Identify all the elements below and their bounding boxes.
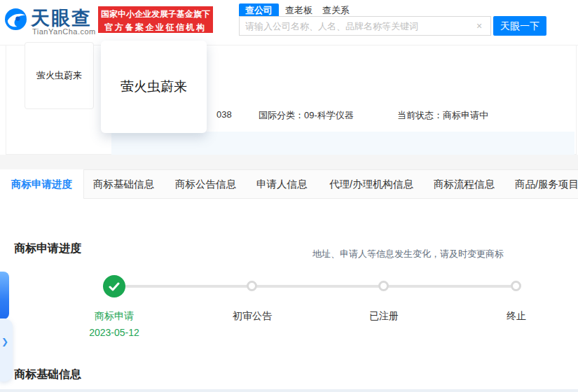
trademark-thumbnail-text: 萤火虫蔚来: [36, 69, 82, 82]
search-tab-relation[interactable]: 查关系: [316, 4, 356, 17]
page: 天眼查 TianYanCha.com 国家中小企业发展子基金旗下 官方备案企业征…: [0, 0, 578, 392]
side-widget-panel[interactable]: ❯: [0, 318, 13, 382]
trademark-info-row: 038 国际分类：09-科学仪器 当前状态：商标申请中: [6, 109, 578, 120]
search-box: ×: [239, 16, 491, 36]
badge-line2: 官方备案企业征信机构: [98, 21, 213, 34]
badge-line1: 国家中小企业发展子基金旗下: [98, 8, 213, 21]
tab-announcement-info[interactable]: 商标公告信息: [175, 169, 236, 199]
timeline-line: [114, 285, 516, 288]
clear-icon[interactable]: ×: [474, 20, 485, 31]
trademark-image-preview: 萤火虫蔚来: [101, 41, 207, 133]
registration-number-partial: 038: [216, 109, 232, 120]
search-tab-boss[interactable]: 查老板: [279, 4, 319, 17]
tab-goods-services[interactable]: 商品/服务项目: [515, 169, 578, 199]
search-input[interactable]: [240, 17, 471, 35]
step-done-circle: [103, 275, 125, 298]
check-icon: [109, 282, 120, 291]
tab-trademark-progress[interactable]: 商标申请进度: [0, 169, 84, 199]
tab-basic-info[interactable]: 商标基础信息: [93, 169, 154, 199]
basic-info-section-title: 商标基础信息: [14, 368, 81, 382]
section-gap: [0, 155, 578, 169]
chevron-right-icon: ❯: [1, 337, 10, 346]
notice-text: 地址、申请人等信息发生变化，请及时变更商标: [312, 248, 504, 260]
tab-applicant-info[interactable]: 申请人信息: [256, 169, 308, 199]
step-label-applied: 商标申请: [65, 310, 163, 323]
tab-flow-info[interactable]: 商标流程信息: [434, 169, 495, 199]
official-badge: 国家中小企业发展子基金旗下 官方备案企业征信机构: [98, 6, 213, 33]
step-pending-circle: [378, 281, 389, 291]
step-date: 2023-05-12: [65, 327, 163, 338]
step-label-registered: 已注册: [335, 310, 433, 323]
tianyancha-logo-icon[interactable]: [5, 8, 27, 30]
current-status: 当前状态：商标申请中: [397, 109, 488, 122]
side-widget-handle[interactable]: [0, 272, 9, 319]
step-pending-circle: [247, 281, 257, 291]
table-header-strip: [0, 389, 578, 392]
international-class: 国际分类：09-科学仪器: [259, 109, 354, 122]
tab-agency-info[interactable]: 代理/办理机构信息: [329, 169, 413, 199]
progress-section-title: 商标申请进度: [14, 241, 81, 256]
site-header: 天眼查 TianYanCha.com 国家中小企业发展子基金旗下 官方备案企业征…: [0, 0, 578, 46]
step-label-preliminary: 初审公告: [203, 310, 301, 323]
step-pending-circle: [511, 281, 521, 291]
trademark-thumbnail[interactable]: 萤火虫蔚来: [25, 42, 94, 109]
logo-domain: TianYanCha.com: [32, 27, 96, 36]
trademark-preview-text: 萤火虫蔚来: [121, 78, 187, 96]
step-label-terminated: 终止: [467, 310, 565, 323]
search-button[interactable]: 天眼一下: [493, 16, 546, 36]
search-tab-company[interactable]: 查公司: [239, 4, 279, 17]
